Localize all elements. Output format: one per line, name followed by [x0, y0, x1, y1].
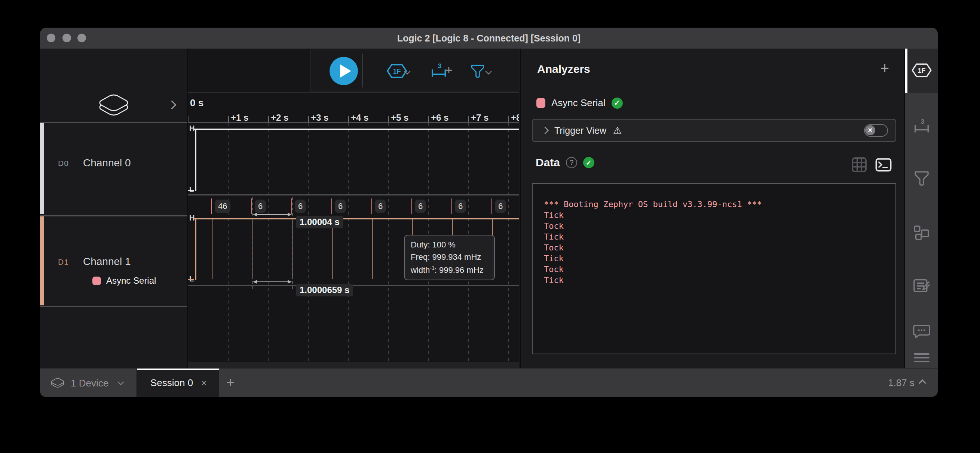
timeline-tick-label: +8 s — [511, 112, 519, 123]
analyzer-name: Async Serial — [551, 97, 606, 109]
tooltip-width-inverse: width-1: 999.96 mHz — [411, 265, 488, 275]
rail-menu-button[interactable] — [905, 352, 938, 363]
byte-badge[interactable]: 6 — [415, 200, 426, 213]
timeline-tick-label: +5 s — [391, 112, 409, 123]
byte-badge[interactable]: 6 — [495, 200, 506, 213]
timeline-tick-label: +2 s — [271, 112, 288, 123]
timeline-tick — [508, 116, 509, 122]
channel-1-name: Channel 1 — [83, 256, 131, 268]
chevron-down-icon — [118, 379, 124, 385]
capture-duration[interactable]: 1.87 s — [888, 369, 925, 397]
analyzer-row[interactable]: Async Serial ✓ — [536, 97, 623, 109]
measurement-period-value: 1.0000659 s — [296, 284, 353, 296]
active-tab-indicator — [137, 369, 219, 370]
channel-1-rising-edge — [195, 218, 196, 280]
analyzer-color-swatch — [92, 277, 101, 285]
capture-toolbar: 1F 3 + — [310, 49, 519, 92]
close-session-icon[interactable]: × — [201, 378, 207, 388]
tooltip-freq: Freq: 999.934 mHz — [411, 252, 488, 262]
horizontal-scrollbar[interactable] — [188, 362, 519, 368]
rail-extensions-tab[interactable] — [905, 224, 938, 241]
terminal-output[interactable]: *** Booting Zephyr OS build v3.3.99-ncs1… — [532, 183, 896, 354]
title-bar: Logic 2 [Logic 8 - Connected] [Session 0… — [40, 28, 938, 49]
terminal-line: Tock — [544, 242, 884, 253]
terminal-line: Tock — [544, 220, 884, 231]
rail-feedback-tab[interactable] — [905, 324, 938, 339]
rail-triggers-tab[interactable] — [905, 170, 938, 187]
timeline-tick — [268, 116, 269, 122]
timeline-tick — [308, 116, 309, 122]
device-icon — [94, 92, 133, 122]
channel-1-color-bar — [40, 216, 44, 306]
analyzer-hexagon-icon: 1F — [911, 62, 932, 79]
divider — [188, 92, 519, 93]
add-session-button[interactable]: + — [226, 374, 234, 391]
start-capture-button[interactable] — [329, 57, 358, 85]
waveform-area[interactable]: 1F 3 + 0 s — [188, 49, 519, 368]
byte-marker-tick — [412, 198, 412, 214]
channel-0-row[interactable]: D0 Channel 0 — [40, 123, 188, 215]
device-selector[interactable]: 1 Device — [40, 369, 136, 397]
timeline-tick-label: +3 s — [311, 112, 328, 123]
analyzer-color-swatch — [536, 98, 546, 108]
terminal-view-icon — [875, 158, 892, 172]
rail-measurements-tab[interactable]: 3 — [905, 118, 938, 134]
trigger-view-section[interactable]: Trigger View ⚠ ✕ — [532, 119, 896, 142]
device-count-label: 1 Device — [71, 377, 108, 389]
device-header[interactable] — [40, 49, 188, 122]
byte-badge[interactable]: 6 — [375, 200, 386, 213]
device-icon — [49, 377, 66, 390]
byte-marker-tick — [212, 198, 212, 214]
byte-badge[interactable]: 6 — [295, 200, 306, 213]
chevron-down-icon[interactable] — [485, 68, 492, 75]
analyzer-name: Async Serial — [106, 276, 156, 286]
bottom-bar: 1 Device Session 0 × + 1.87 s — [40, 368, 938, 397]
panel-title: Analyzers — [537, 63, 590, 76]
terminal-line: Tock — [544, 264, 884, 275]
main-area: D0 Channel 0 D1 Channel 1 Async Serial — [40, 49, 938, 368]
gridline — [388, 123, 389, 368]
help-icon[interactable]: ? — [566, 157, 577, 168]
timeline-tick-label: +4 s — [351, 112, 368, 123]
trigger-icon — [470, 63, 485, 79]
rail-notes-tab[interactable] — [905, 278, 938, 294]
gridline — [268, 123, 269, 368]
terminal-line: Tick — [544, 210, 884, 220]
trigger-button[interactable] — [470, 63, 485, 80]
channel-0-color-bar — [40, 123, 44, 214]
timeline-tick — [428, 116, 429, 122]
byte-badge[interactable]: 6 — [335, 200, 346, 213]
channel-1-analyzer-chip[interactable]: Async Serial — [92, 276, 156, 286]
measurement-right-boundary[interactable] — [292, 197, 293, 291]
data-terminal-view-button[interactable] — [875, 158, 892, 173]
byte-badge[interactable]: 6 — [255, 200, 266, 213]
byte-badge[interactable]: 6 — [455, 200, 466, 213]
measurement-left-boundary[interactable] — [252, 197, 253, 291]
data-grid-view-button[interactable] — [851, 157, 867, 174]
channel-0-pre-low-segment — [188, 190, 194, 191]
notes-icon — [913, 278, 931, 294]
expand-device-panel-icon[interactable] — [167, 100, 176, 109]
add-measurement-button[interactable]: + — [445, 63, 453, 78]
channel-1-row[interactable]: D1 Channel 1 Async Serial — [40, 216, 188, 306]
measurement-width-arrow — [254, 214, 291, 215]
chevron-up-icon — [919, 379, 926, 387]
rail-analyzers-tab[interactable]: 1F — [905, 49, 938, 93]
channel-0-id: D0 — [58, 159, 69, 168]
session-tab[interactable]: Session 0 × — [137, 369, 219, 397]
extensions-icon — [913, 224, 930, 241]
trigger-view-toggle[interactable]: ✕ — [864, 124, 888, 137]
session-tab-label: Session 0 — [150, 377, 193, 389]
byte-badge[interactable]: 46 — [215, 200, 231, 213]
add-analyzer-button[interactable]: + — [880, 60, 889, 77]
play-icon — [340, 64, 351, 78]
terminal-line: Tick — [544, 253, 884, 264]
timeline-tick — [388, 116, 389, 122]
serial-pulse — [212, 219, 212, 279]
measurement-width-value: 1.00004 s — [296, 215, 344, 228]
measurement-period-arrow — [254, 282, 291, 282]
chevron-right-icon[interactable] — [541, 127, 549, 134]
window-title: Logic 2 [Logic 8 - Connected] [Session 0… — [40, 33, 938, 44]
divider — [363, 54, 363, 87]
side-rail: 1F 3 — [904, 49, 938, 368]
